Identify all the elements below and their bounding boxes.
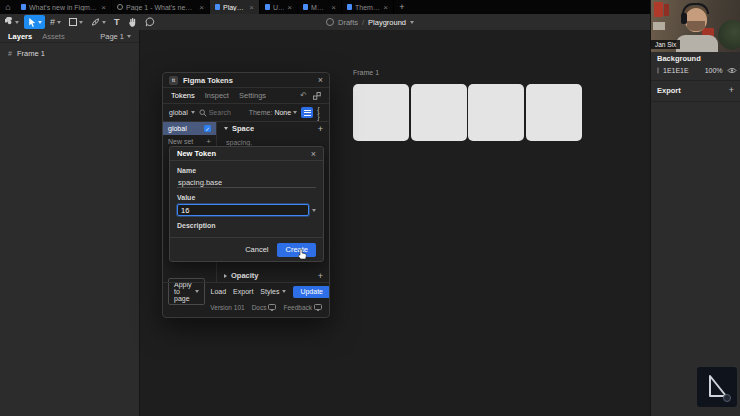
layer-item-label: Frame 1 bbox=[17, 49, 45, 58]
close-icon[interactable]: × bbox=[311, 149, 316, 159]
frame-title-label[interactable]: Frame 1 bbox=[353, 69, 379, 76]
plugin-title-bar[interactable]: tt Figma Tokens × bbox=[163, 73, 329, 88]
space-section-header[interactable]: Space + bbox=[218, 122, 329, 135]
apply-to-label: Apply to page bbox=[174, 281, 192, 302]
tab-label: Playground bbox=[223, 4, 246, 11]
breadcrumb-project[interactable]: Drafts bbox=[338, 18, 358, 27]
avatar[interactable] bbox=[326, 18, 334, 26]
page-selector-label: Page 1 bbox=[100, 32, 124, 41]
breadcrumb-file[interactable]: Playground bbox=[368, 18, 406, 27]
plugin-footer: Apply to page Load Export Styles Update bbox=[163, 283, 329, 300]
token-name-partial[interactable]: spacing. bbox=[226, 139, 252, 146]
headphones-icon bbox=[681, 13, 687, 24]
update-button[interactable]: Update bbox=[293, 286, 330, 298]
search-input[interactable] bbox=[209, 109, 245, 116]
plugin-tab-tokens[interactable]: Tokens bbox=[171, 91, 195, 100]
add-export-button[interactable]: + bbox=[729, 85, 734, 95]
frame-tool-button[interactable]: # bbox=[47, 15, 64, 29]
close-icon[interactable]: × bbox=[287, 3, 292, 12]
tab-whats-new[interactable]: What's new in Figma Tokens and wh... × bbox=[16, 0, 112, 14]
canvas-rectangle[interactable] bbox=[353, 84, 409, 141]
tab-page1-whats-new[interactable]: Page 1 - What's new in Figma Token... × bbox=[112, 0, 210, 14]
figma-tokens-plugin-window: tt Figma Tokens × Tokens Inspect Setting… bbox=[162, 72, 330, 318]
docs-link[interactable]: Docs bbox=[252, 304, 277, 311]
text-icon: T bbox=[114, 17, 120, 27]
space-section-title: Space bbox=[232, 124, 254, 133]
token-set-item-global[interactable]: global ✓ bbox=[163, 122, 216, 135]
layer-item-frame-1[interactable]: # Frame 1 bbox=[0, 47, 139, 59]
chevron-right-icon bbox=[224, 274, 227, 278]
theme-dropdown[interactable]: Theme: None bbox=[249, 109, 297, 116]
styles-dropdown[interactable]: Styles bbox=[260, 288, 286, 295]
close-icon[interactable]: × bbox=[383, 3, 388, 12]
plugin-tab-settings[interactable]: Settings bbox=[239, 91, 266, 100]
color-hex-value[interactable]: 1E1E1E bbox=[663, 67, 689, 74]
pen-icon bbox=[91, 17, 100, 27]
list-view-toggle-button[interactable] bbox=[301, 107, 313, 118]
json-view-button[interactable]: { } bbox=[317, 106, 323, 120]
theme-label: Theme: bbox=[249, 109, 273, 116]
plant-decor bbox=[718, 20, 740, 50]
plugin-tab-inspect[interactable]: Inspect bbox=[205, 91, 229, 100]
page-selector[interactable]: Page 1 bbox=[100, 32, 131, 41]
tab-bar: ⌂ What's new in Figma Tokens and wh... ×… bbox=[0, 0, 740, 14]
token-name-input[interactable] bbox=[177, 177, 316, 188]
tab-theme-demo[interactable]: Theme Demo × bbox=[342, 0, 394, 14]
pen-tool-button[interactable] bbox=[88, 15, 109, 29]
add-token-button[interactable]: + bbox=[318, 124, 323, 134]
close-icon[interactable]: × bbox=[199, 3, 204, 12]
home-icon: ⌂ bbox=[5, 2, 10, 12]
opacity-section-title: Opacity bbox=[231, 271, 259, 280]
figma-doc-icon bbox=[347, 4, 352, 10]
tab-playground[interactable]: Playground × bbox=[210, 0, 260, 14]
canvas-rectangle[interactable] bbox=[468, 84, 524, 141]
cancel-button[interactable]: Cancel bbox=[245, 245, 268, 254]
layers-panel-header: Layers Assets Page 1 bbox=[0, 30, 139, 43]
shape-tool-button[interactable] bbox=[66, 15, 86, 29]
frame-icon: # bbox=[8, 50, 12, 57]
new-token-modal: New Token × Name Value Description Cance… bbox=[169, 146, 324, 262]
tab-layers[interactable]: Layers bbox=[8, 32, 32, 41]
layers-panel: Layers Assets Page 1 # Frame 1 bbox=[0, 30, 140, 416]
close-icon[interactable]: × bbox=[331, 3, 336, 12]
recent-file-icon bbox=[117, 4, 123, 10]
figma-doc-icon bbox=[21, 4, 26, 10]
color-opacity-value[interactable]: 100% bbox=[705, 67, 723, 74]
add-set-icon[interactable]: + bbox=[206, 137, 211, 146]
color-swatch[interactable] bbox=[657, 67, 659, 74]
close-icon[interactable]: × bbox=[318, 75, 323, 85]
main-menu-button[interactable] bbox=[2, 15, 22, 29]
home-button[interactable]: ⌂ bbox=[0, 0, 16, 14]
text-tool-button[interactable]: T bbox=[111, 15, 123, 29]
token-value-input[interactable] bbox=[177, 204, 309, 216]
tab-mp-demo[interactable]: MP Demo × bbox=[298, 0, 342, 14]
figma-tokens-logo-icon: tt bbox=[169, 76, 178, 85]
close-icon[interactable]: × bbox=[249, 3, 254, 12]
feedback-link[interactable]: Feedback bbox=[283, 304, 322, 311]
close-icon[interactable]: × bbox=[101, 3, 106, 12]
token-set-dropdown-label: global bbox=[169, 109, 188, 116]
chevron-down-icon bbox=[195, 290, 199, 293]
comment-tool-button[interactable] bbox=[142, 15, 158, 29]
canvas-rectangle[interactable] bbox=[411, 84, 467, 141]
hand-tool-button[interactable] bbox=[125, 15, 140, 29]
visibility-toggle[interactable] bbox=[727, 67, 737, 74]
tab-assets[interactable]: Assets bbox=[42, 32, 65, 41]
token-search[interactable] bbox=[199, 109, 245, 117]
canvas-rectangle[interactable] bbox=[526, 84, 582, 141]
undo-icon[interactable]: ↶ bbox=[300, 91, 307, 100]
checkbox-checked-icon[interactable]: ✓ bbox=[204, 125, 211, 132]
breadcrumb-separator: / bbox=[362, 18, 364, 27]
add-token-button[interactable]: + bbox=[318, 271, 323, 281]
opacity-section-header[interactable]: Opacity + bbox=[218, 269, 329, 282]
chevron-down-icon[interactable] bbox=[410, 21, 414, 24]
value-dropdown-icon[interactable] bbox=[312, 209, 316, 212]
export-button[interactable]: Export bbox=[233, 288, 253, 295]
tab-label: Theme Demo bbox=[355, 4, 380, 11]
tab-ui-kit[interactable]: UI Kit × bbox=[260, 0, 298, 14]
new-tab-button[interactable]: + bbox=[394, 0, 410, 14]
move-tool-button[interactable] bbox=[24, 15, 45, 29]
resize-window-icon[interactable] bbox=[313, 92, 321, 100]
load-button[interactable]: Load bbox=[211, 288, 227, 295]
token-set-dropdown[interactable]: global bbox=[169, 109, 195, 116]
